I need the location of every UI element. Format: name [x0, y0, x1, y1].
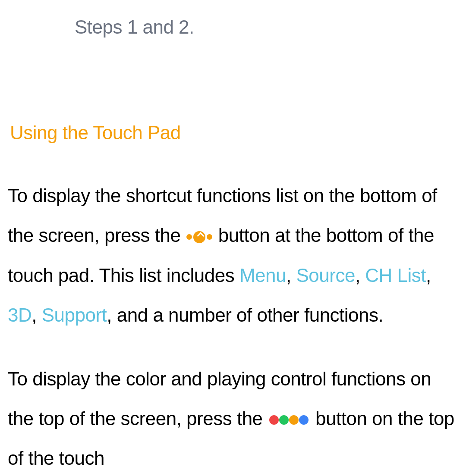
green-dot-icon — [279, 415, 289, 425]
link-support[interactable]: Support — [42, 304, 107, 326]
link-source[interactable]: Source — [296, 265, 355, 286]
orange-dot-icon — [289, 415, 299, 425]
para1-seg3: , and a number of other functions. — [107, 304, 383, 326]
red-dot-icon — [269, 415, 279, 425]
link-3d[interactable]: 3D — [8, 304, 31, 326]
link-menu[interactable]: Menu — [239, 265, 286, 286]
comma: , — [31, 304, 41, 326]
section-heading: Using the Touch Pad — [10, 122, 458, 144]
comma: , — [355, 265, 365, 286]
paragraph-1: To display the shortcut functions list o… — [8, 176, 457, 335]
paragraph-2: To display the color and playing control… — [8, 359, 457, 476]
comma: , — [426, 265, 431, 286]
shortcut-button-icon — [186, 231, 212, 243]
color-dots-icon — [269, 415, 309, 425]
comma: , — [286, 265, 296, 286]
steps-line: Steps 1 and 2. — [75, 16, 458, 38]
link-chlist[interactable]: CH List — [365, 265, 426, 286]
blue-dot-icon — [299, 415, 309, 425]
